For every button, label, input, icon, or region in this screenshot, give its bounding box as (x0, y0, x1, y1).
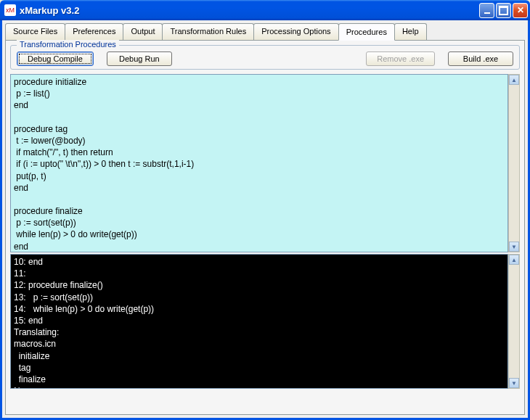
scroll-down-icon[interactable]: ▼ (509, 378, 519, 388)
tab-transformation-rules[interactable]: Transformation Rules (162, 23, 254, 40)
build-exe-button[interactable]: Build .exe (448, 52, 513, 66)
remove-exe-button: Remove .exe (366, 52, 435, 66)
tab-source-files[interactable]: Source Files (5, 23, 65, 40)
output-scrollbar[interactable]: ▲ ▼ (508, 254, 520, 389)
editor-scrollbar[interactable]: ▲ ▼ (508, 74, 520, 252)
scroll-down-icon[interactable]: ▼ (509, 242, 519, 252)
editor-pane: procedure initialize p := list() end pro… (10, 74, 520, 252)
window-controls (479, 3, 528, 18)
app-icon: xM (4, 4, 16, 16)
tab-preferences[interactable]: Preferences (65, 23, 123, 40)
tab-procedures[interactable]: Procedures (338, 23, 395, 41)
debug-compile-button[interactable]: Debug Compile (17, 52, 94, 66)
button-row: Debug Compile Debug Run Remove .exe Buil… (17, 52, 513, 66)
maximize-button[interactable] (496, 3, 511, 18)
tab-processing-options[interactable]: Processing Options (253, 23, 338, 40)
tab-output[interactable]: Output (123, 23, 163, 40)
procedures-editor[interactable]: procedure initialize p := list() end pro… (10, 74, 508, 252)
window-title: xMarkup v3.2 (20, 5, 479, 16)
tab-panel: Transformation Procedures Debug Compile … (5, 40, 525, 415)
tab-bar: Source Files Preferences Output Transfor… (2, 20, 528, 40)
output-pane: 10: end 11: 12: procedure finalize() 13:… (10, 254, 520, 389)
minimize-button[interactable] (479, 3, 494, 18)
fieldset-legend: Transformation Procedures (17, 40, 119, 49)
scroll-up-icon[interactable]: ▲ (509, 75, 519, 85)
procedures-fieldset: Transformation Procedures Debug Compile … (10, 45, 520, 70)
debug-run-button[interactable]: Debug Run (107, 52, 172, 66)
client-area: Source Files Preferences Output Transfor… (0, 20, 530, 420)
scroll-up-icon[interactable]: ▲ (509, 255, 519, 265)
close-button[interactable] (513, 3, 528, 18)
output-console[interactable]: 10: end 11: 12: procedure finalize() 13:… (10, 254, 508, 389)
tab-help[interactable]: Help (394, 23, 427, 40)
titlebar[interactable]: xM xMarkup v3.2 (0, 0, 530, 20)
